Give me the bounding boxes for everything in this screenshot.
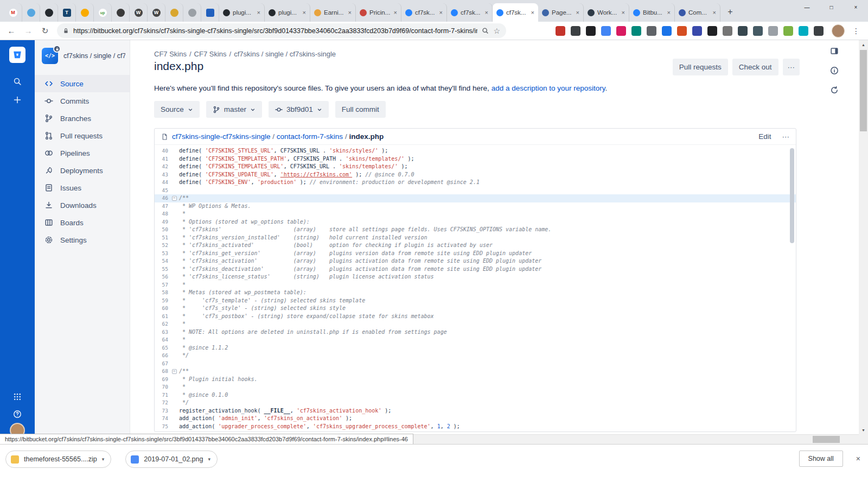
line-number[interactable]: 69: [155, 376, 170, 384]
extension-icon[interactable]: [616, 26, 626, 36]
profile-avatar[interactable]: [832, 24, 845, 37]
extension-icon[interactable]: [631, 26, 641, 36]
edit-button[interactable]: Edit: [758, 132, 771, 141]
bookmark-star-icon[interactable]: ☆: [493, 27, 500, 35]
line-number[interactable]: 43: [155, 171, 170, 179]
line-number[interactable]: 66: [155, 352, 170, 360]
line-number[interactable]: 76: [155, 430, 170, 432]
branch-dropdown[interactable]: master: [206, 101, 262, 118]
extension-icon[interactable]: [723, 26, 732, 36]
line-number[interactable]: 51: [155, 234, 170, 242]
tab-close-icon[interactable]: ×: [257, 9, 260, 16]
browser-tab[interactable]: Page...×: [538, 3, 584, 22]
scroll-down-icon[interactable]: ▼: [859, 426, 868, 434]
url-text[interactable]: https://bitbucket.org/cf7skins/cf7skins-…: [73, 27, 477, 35]
line-number[interactable]: 60: [155, 305, 170, 313]
fold-toggle-icon[interactable]: −: [172, 196, 177, 201]
download-item[interactable]: themeforest-55565....zip▾: [5, 451, 111, 468]
extension-icon[interactable]: [707, 26, 717, 36]
line-number[interactable]: 59: [155, 297, 170, 305]
browser-tab-gray-logo[interactable]: [183, 3, 201, 22]
search-icon[interactable]: [11, 75, 24, 88]
source-dropdown[interactable]: Source: [154, 101, 200, 118]
sidebar-item-deployments[interactable]: Deployments: [35, 162, 130, 179]
browser-tab[interactable]: Pricin...×: [356, 3, 401, 22]
bitbucket-logo[interactable]: [9, 47, 25, 63]
line-number[interactable]: 67: [155, 360, 170, 368]
commit-dropdown[interactable]: 3bf9d01: [269, 101, 329, 118]
new-tab-button[interactable]: +: [723, 5, 737, 19]
code-viewer[interactable]: 40define( 'CF7SKINS_STYLES_URL', CF7SKIN…: [155, 145, 796, 432]
file-path-segment[interactable]: contact-form-7-skins: [277, 132, 343, 141]
line-number[interactable]: 53: [155, 250, 170, 258]
line-number[interactable]: 71: [155, 391, 170, 399]
browser-tab-gold-logo[interactable]: [165, 3, 183, 22]
code-scrollbar[interactable]: [790, 148, 794, 243]
sidebar-item-downloads[interactable]: Downloads: [35, 196, 130, 214]
browser-tab[interactable]: plugi...×: [219, 3, 265, 22]
extension-icon[interactable]: [783, 26, 793, 36]
chevron-down-icon[interactable]: ▾: [208, 456, 210, 462]
line-number[interactable]: 44: [155, 179, 170, 187]
create-plus-icon[interactable]: [11, 93, 24, 106]
line-number[interactable]: 49: [155, 218, 170, 226]
line-number[interactable]: 68: [155, 367, 170, 376]
line-number[interactable]: 63: [155, 328, 170, 337]
download-item[interactable]: 2019-07-01_02.png▾: [125, 451, 218, 468]
maximize-button[interactable]: □: [819, 0, 844, 15]
tab-close-icon[interactable]: ×: [439, 9, 443, 16]
tab-close-icon[interactable]: ×: [622, 9, 625, 16]
tab-close-icon[interactable]: ×: [394, 9, 397, 16]
repo-header[interactable]: </> cf7skins / single / cf7s...: [35, 40, 130, 69]
line-number[interactable]: 58: [155, 289, 170, 297]
sidebar-item-issues[interactable]: Issues: [35, 179, 130, 196]
extension-icon[interactable]: [738, 26, 748, 36]
browser-tab-github[interactable]: [40, 3, 58, 22]
line-number[interactable]: 61: [155, 313, 170, 321]
browser-tab[interactable]: cf7sk...×: [493, 3, 538, 22]
line-number[interactable]: 48: [155, 210, 170, 218]
browser-tab[interactable]: Work...×: [584, 3, 629, 22]
browser-tab[interactable]: plugi...×: [265, 3, 310, 22]
extension-icon[interactable]: [677, 26, 687, 36]
line-number[interactable]: 72: [155, 399, 170, 407]
browser-tab[interactable]: Earni...×: [310, 3, 356, 22]
browser-tab-updraft[interactable]: up: [94, 3, 112, 22]
scrollbar-thumb[interactable]: [813, 436, 840, 443]
tab-close-icon[interactable]: ×: [303, 9, 306, 16]
line-number[interactable]: 57: [155, 281, 170, 289]
extension-icon[interactable]: [571, 26, 580, 36]
line-number[interactable]: 42: [155, 163, 170, 171]
extension-icon[interactable]: [556, 26, 565, 36]
sidebar-item-pull-requests[interactable]: Pull requests: [35, 127, 130, 144]
line-number[interactable]: 64: [155, 336, 170, 344]
tab-close-icon[interactable]: ×: [576, 9, 579, 16]
panel-toggle-icon[interactable]: [828, 45, 841, 58]
full-commit-button[interactable]: Full commit: [335, 101, 386, 118]
extension-icon[interactable]: [647, 26, 656, 36]
line-number[interactable]: 55: [155, 265, 170, 274]
scrollbar-thumb[interactable]: [860, 50, 867, 131]
tab-close-icon[interactable]: ×: [348, 9, 352, 16]
tab-close-icon[interactable]: ×: [531, 9, 534, 16]
extension-icon[interactable]: [601, 26, 611, 36]
browser-tab-blue-logo[interactable]: [22, 3, 40, 22]
line-number[interactable]: 74: [155, 415, 170, 423]
tab-close-icon[interactable]: ×: [667, 9, 671, 16]
browser-tab-analytics[interactable]: [76, 3, 94, 22]
extension-icon[interactable]: [662, 26, 672, 36]
extension-icon[interactable]: [692, 26, 702, 36]
browser-tab[interactable]: cf7sk...×: [401, 3, 447, 22]
file-more-button[interactable]: ···: [782, 132, 790, 141]
line-number[interactable]: 56: [155, 273, 170, 281]
tab-close-icon[interactable]: ×: [485, 9, 488, 16]
back-button[interactable]: ←: [4, 24, 18, 38]
forward-button[interactable]: →: [21, 24, 35, 38]
line-number[interactable]: 73: [155, 407, 170, 415]
line-number[interactable]: 54: [155, 257, 170, 265]
browser-tab-wordpress[interactable]: W: [130, 3, 148, 22]
scroll-up-icon[interactable]: ▲: [859, 40, 868, 49]
breadcrumb-item[interactable]: CF7 Skins: [154, 50, 187, 58]
browser-tab[interactable]: cf7sk...×: [447, 3, 493, 22]
browser-tab-wordpress[interactable]: W: [148, 3, 165, 22]
